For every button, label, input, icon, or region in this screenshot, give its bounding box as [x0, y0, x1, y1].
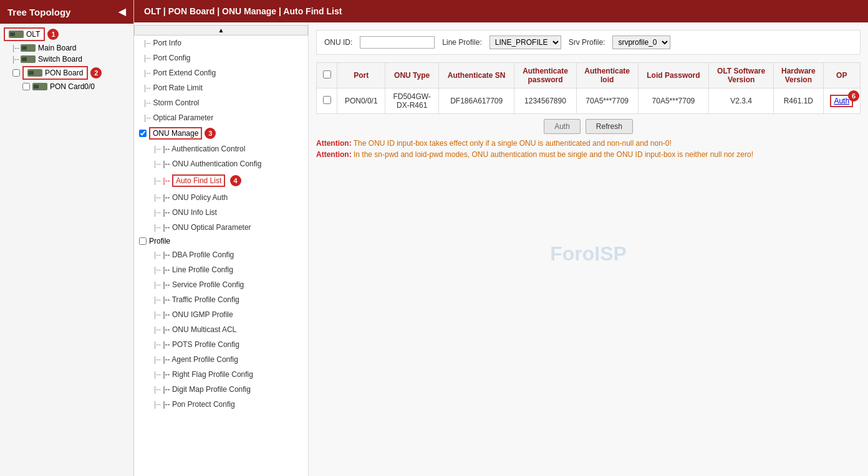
auth-button[interactable]: Auth	[544, 119, 581, 134]
tree-node-olt[interactable]: OLT 1	[0, 26, 133, 42]
attention-1-label: Attention:	[316, 139, 352, 148]
menu-section-onu-manage[interactable]: ONU Manage 3	[134, 125, 308, 141]
tree-node-pon-card[interactable]: PON Card0/0	[0, 81, 133, 92]
olt-icon	[9, 31, 24, 38]
menu-item-traffic-profile[interactable]: |-- Traffic Profile Config	[144, 292, 308, 307]
right-panel: ForoISP ONU ID: Line Profile: LINE_PROFI…	[309, 22, 868, 476]
menu-item-dba-profile[interactable]: |-- DBA Profile Config	[144, 247, 308, 262]
refresh-button[interactable]: Refresh	[586, 119, 633, 134]
auto-find-box: Auto Find List	[172, 174, 225, 187]
onu-manage-box: ONU Manage	[149, 127, 202, 140]
menu-item-auth-control[interactable]: |-- Authentication Control	[144, 141, 308, 156]
srv-profile-label: Srv Profile:	[569, 38, 605, 47]
button-row: Auth Refresh	[316, 119, 861, 134]
switch-board-icon	[21, 55, 36, 63]
olt-box: OLT	[4, 27, 45, 41]
col-hardware: HardwareVersion	[774, 63, 823, 88]
main-table: Port ONU Type Authenticate SN Authentica…	[316, 62, 861, 114]
menu-item-storm-control[interactable]: Storm Control	[134, 95, 308, 110]
menu-item-pots-profile[interactable]: |-- POTS Profile Config	[144, 337, 308, 352]
sidebar-title: Tree Topology	[7, 7, 70, 17]
profile-checkbox[interactable]	[139, 237, 147, 245]
tree-node-main-board[interactable]: |-- Main Board	[0, 42, 133, 54]
menu-item-optical-parameter[interactable]: Optical Parameter	[134, 110, 308, 125]
main-board-label: Main Board	[38, 44, 76, 52]
row-op: Auth 6	[823, 88, 860, 114]
row-auth-loid: 70A5***7709	[576, 88, 638, 114]
col-onu-type: ONU Type	[385, 63, 439, 88]
menu-item-port-extend-config[interactable]: Port Extend Config	[134, 65, 308, 80]
col-op: OP	[823, 63, 860, 88]
pon-card-icon	[32, 83, 47, 90]
watermark: ForoISP	[550, 242, 627, 265]
onu-id-label: ONU ID:	[324, 38, 352, 47]
olt-label: OLT	[26, 30, 40, 39]
line-profile-select[interactable]: LINE_PROFILE	[489, 36, 561, 49]
menu-item-onu-igmp[interactable]: |-- ONU IGMP Profile	[144, 307, 308, 322]
pon-card-label: PON Card0/0	[50, 82, 95, 91]
col-auth-password: Authenticatepassword	[514, 63, 576, 88]
onu-manage-checkbox[interactable]	[139, 130, 147, 137]
onu-manage-badge: 3	[205, 128, 216, 139]
line-profile-label: Line Profile:	[442, 38, 481, 47]
row-auth-sn: DF186A617709	[439, 88, 514, 114]
onu-manage-label: ONU Manage	[153, 129, 198, 138]
tree-line-switch: |--	[12, 55, 19, 64]
menu-item-pon-protect[interactable]: |-- Pon Protect Config	[144, 397, 308, 412]
row-checkbox[interactable]	[323, 96, 331, 104]
onu-manage-submenu: |-- Authentication Control |-- ONU Authe…	[134, 141, 308, 235]
sidebar: Tree Topology ◀ OLT 1 |-- Main Board |--…	[0, 0, 134, 476]
attention-2-label: Attention:	[316, 150, 352, 159]
row-olt-software: V2.3.4	[709, 88, 774, 114]
pon-card-checkbox[interactable]	[22, 83, 30, 90]
select-all-checkbox[interactable]	[323, 70, 331, 79]
row-onu-type: FD504GW-DX-R461	[385, 88, 439, 114]
tree-line-main: |--	[12, 44, 19, 52]
menu-item-onu-optical-param[interactable]: |-- ONU Optical Parameter	[144, 220, 308, 235]
pon-board-checkbox[interactable]	[12, 69, 20, 77]
main-content: OLT | PON Board | ONU Manage | Auto Find…	[134, 0, 868, 476]
profile-label: Profile	[149, 237, 170, 245]
col-checkbox	[317, 63, 337, 88]
onu-id-input[interactable]	[360, 36, 435, 49]
filter-row: ONU ID: Line Profile: LINE_PROFILE Srv P…	[316, 30, 861, 55]
row-checkbox-cell	[317, 88, 337, 114]
menu-item-right-flag[interactable]: |-- Right Flag Profile Config	[144, 367, 308, 382]
menu-item-auto-find-list[interactable]: |-- Auto Find List 4	[144, 171, 308, 190]
attention-1-text: The ONU ID input-box takes effect only i…	[354, 139, 672, 148]
menu-item-port-info[interactable]: Port Info	[134, 36, 308, 50]
pon-board-box: PON Board	[22, 66, 88, 80]
sidebar-collapse-icon[interactable]: ◀	[118, 6, 126, 17]
row-auth-password: 1234567890	[514, 88, 576, 114]
pon-board-badge: 2	[90, 67, 102, 79]
attention-1: Attention: The ONU ID input-box takes ef…	[316, 139, 861, 148]
col-loid-password: Loid Password	[638, 63, 708, 88]
table-row: PON0/0/1 FD504GW-DX-R461 DF186A617709 12…	[317, 88, 861, 114]
row-loid-password: 70A5***7709	[638, 88, 708, 114]
menu-section-profile[interactable]: Profile	[134, 235, 308, 247]
scroll-up-arrow[interactable]: ▲	[134, 25, 308, 36]
srv-profile-select[interactable]: srvprofile_0	[612, 36, 670, 49]
top-bar: OLT | PON Board | ONU Manage | Auto Find…	[134, 0, 868, 22]
pon-board-label: PON Board	[45, 69, 83, 77]
auto-find-badge: 4	[230, 175, 241, 186]
row-hardware: R461.1D	[774, 88, 823, 114]
profile-submenu: |-- DBA Profile Config |-- Line Profile …	[134, 247, 308, 412]
tree-node-pon-board[interactable]: PON Board 2	[0, 65, 133, 81]
switch-board-label: Switch Board	[38, 55, 82, 64]
menu-item-onu-auth-config[interactable]: |-- ONU Authentication Config	[144, 156, 308, 171]
menu-item-port-rate-limit[interactable]: Port Rate Limit	[134, 80, 308, 95]
tree-node-switch-board[interactable]: |-- Switch Board	[0, 54, 133, 65]
menu-item-onu-info-list[interactable]: |-- ONU Info List	[144, 205, 308, 220]
menu-item-line-profile[interactable]: |-- Line Profile Config	[144, 262, 308, 277]
main-board-icon	[21, 44, 36, 52]
menu-item-agent-profile[interactable]: |-- Agent Profile Config	[144, 352, 308, 367]
menu-item-onu-multicast[interactable]: |-- ONU Multicast ACL	[144, 322, 308, 337]
menu-item-port-config[interactable]: Port Config	[134, 50, 308, 65]
menu-item-onu-policy-auth[interactable]: |-- ONU Policy Auth	[144, 190, 308, 205]
auth-badge: 6	[848, 90, 859, 102]
menu-item-digit-map[interactable]: |-- Digit Map Profile Config	[144, 382, 308, 397]
menu-item-service-profile[interactable]: |-- Service Profile Config	[144, 277, 308, 292]
olt-badge: 1	[47, 29, 59, 40]
breadcrumb: OLT | PON Board | ONU Manage | Auto Find…	[144, 6, 342, 16]
